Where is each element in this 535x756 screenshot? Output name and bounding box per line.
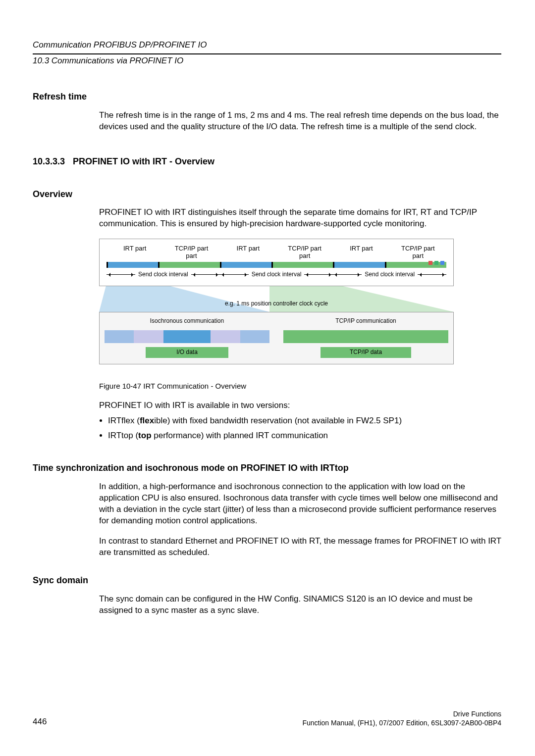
tcp-comm-label: TCP/IP communication [283,317,448,325]
version-list: IRTflex (flexible) with fixed bandwidth … [99,415,501,442]
list-item: IRTtop (top performance) with planned IR… [108,430,501,442]
available-line: PROFINET IO with IRT is available in two… [99,400,501,411]
iso-segment: Isochronous communication I/O data [105,317,269,358]
heading-overview: Overview [33,189,501,200]
syncdomain-body: The sync domain can be configured in the… [99,594,501,616]
tl-label-tcp-3: TCP/IP partpart [390,245,446,261]
tl-label-tcp-1: TCP/IP partpart [163,245,219,261]
position-clock-label: e.g. 1 ms position controller clock cycl… [99,300,454,308]
heading-timesync: Time synchronization and isochronous mod… [33,462,501,474]
tl-label-tcp-2: TCP/IP partpart [276,245,333,261]
section-title: PROFINET IO with IRT - Overview [73,156,214,166]
tcp-segment: TCP/IP communication TCP/IP data [283,317,448,358]
timesync-body: In addition, a high-performance and isoc… [99,481,501,558]
timeline-ellipsis-icon [428,261,444,265]
iso-stripe [105,330,269,343]
section-path: 10.3 Communications via PROFINET IO [33,55,501,66]
timeline-box: IRT part TCP/IP partpart IRT part TCP/IP… [99,239,454,286]
send-clock-intervals: Send clock interval Send clock interval … [107,271,446,279]
detail-box: Isochronous communication I/O data TCP/I… [99,312,454,364]
figure-caption: Figure 10-47 IRT Communication - Overvie… [99,381,501,391]
timesync-p1: In addition, a high-performance and isoc… [99,481,501,527]
chapter-title: Communication PROFIBUS DP/PROFINET IO [33,40,501,50]
tl-label-irt-1: IRT part [107,245,163,261]
overview-intro-text: PROFINET IO with IRT distinguishes itsel… [99,207,501,230]
numbered-heading: 10.3.3.3 PROFINET IO with IRT - Overview [33,156,501,167]
tl-label-irt-3: IRT part [333,245,389,261]
irt-diagram: IRT part TCP/IP partpart IRT part TCP/IP… [99,239,454,372]
footer-line1: Drive Functions [302,709,501,718]
io-data-label: I/O data [146,347,228,358]
heading-refresh-time: Refresh time [33,91,501,102]
header-rule [33,53,501,54]
timeline-bar [107,262,446,268]
iso-comm-label: Isochronous communication [105,317,269,325]
footer-line2: Function Manual, (FH1), 07/2007 Edition,… [302,718,501,727]
section-number: 10.3.3.3 [33,156,70,167]
refresh-time-body: The refresh time is in the range of 1 ms… [99,110,501,133]
zoom-projection: e.g. 1 ms position controller clock cycl… [99,286,454,312]
overview-versions-block: PROFINET IO with IRT is available in two… [99,400,501,442]
list-item: IRTflex (flexible) with fixed bandwidth … [108,415,501,427]
tcpip-data-label: TCP/IP data [321,347,411,358]
syncdomain-text: The sync domain can be configured in the… [99,594,501,616]
heading-syncdomain: Sync domain [33,575,501,586]
refresh-time-text: The refresh time is in the range of 1 ms… [99,110,501,133]
footer-right: Drive Functions Function Manual, (FH1), … [302,709,501,727]
page-number: 446 [33,716,47,727]
overview-intro: PROFINET IO with IRT distinguishes itsel… [99,207,501,230]
page-footer: 446 Drive Functions Function Manual, (FH… [33,709,501,727]
tl-label-irt-2: IRT part [220,245,276,261]
timesync-p2: In contrast to standard Ethernet and PRO… [99,536,501,558]
tcp-stripe [283,330,448,343]
timeline-labels: IRT part TCP/IP partpart IRT part TCP/IP… [107,245,446,261]
